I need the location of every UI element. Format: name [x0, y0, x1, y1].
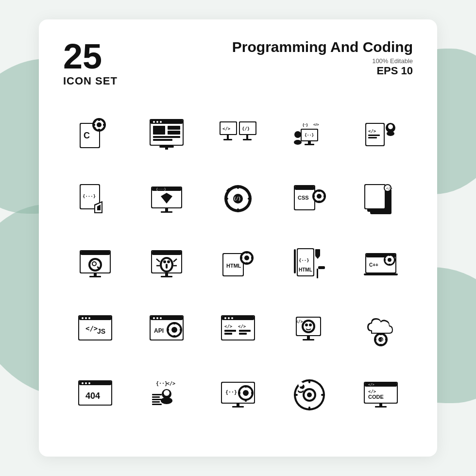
icon-bug-monitor [135, 237, 198, 290]
svg-point-44 [294, 131, 301, 138]
svg-rect-194 [303, 339, 314, 340]
svg-point-179 [231, 317, 233, 319]
svg-rect-217 [152, 399, 162, 400]
svg-rect-82 [295, 186, 314, 190]
svg-text:{··}: {··} [156, 381, 168, 386]
svg-rect-120 [161, 276, 172, 277]
icon-404-page: 404 [63, 367, 127, 421]
svg-point-5 [97, 122, 102, 127]
svg-rect-35 [246, 135, 248, 139]
icon-css-settings: CSS [278, 172, 341, 225]
svg-rect-170 [173, 322, 175, 324]
svg-rect-218 [152, 401, 160, 403]
svg-text:{··}: {··} [305, 133, 314, 137]
svg-point-208 [88, 382, 90, 384]
svg-rect-16 [151, 120, 183, 124]
remote-coding-icon: {··} {··} </> [290, 114, 329, 153]
svg-rect-135 [294, 249, 296, 273]
svg-rect-200 [374, 339, 376, 340]
svg-text:{/}: {/} [242, 126, 250, 131]
icon-set-label: ICON SET [63, 75, 118, 87]
svg-rect-128 [246, 262, 248, 265]
svg-point-155 [82, 317, 84, 319]
svg-rect-36 [243, 139, 252, 140]
svg-text:{··}: {··} [303, 122, 308, 127]
svg-rect-87 [318, 201, 320, 203]
svg-text:</>: </> [238, 324, 246, 329]
coder-gear-icon [290, 374, 329, 413]
monitor-gear-icon: {··} [219, 374, 257, 413]
code-browser-icon: </> </> [219, 309, 257, 348]
svg-point-18 [156, 121, 158, 123]
svg-rect-65 [165, 208, 168, 211]
svg-point-157 [88, 317, 90, 319]
svg-rect-154 [79, 316, 111, 320]
svg-rect-6 [98, 119, 100, 121]
svg-rect-70 [237, 185, 239, 189]
svg-point-242 [298, 382, 303, 387]
svg-text:CSS: CSS [298, 195, 309, 201]
svg-rect-182 [224, 330, 236, 332]
header-left: 25 ICON SET [63, 39, 118, 87]
svg-point-156 [85, 317, 87, 319]
svg-point-225 [243, 390, 249, 396]
svg-text:C: C [84, 131, 90, 140]
icon-ruby-file: {···} [63, 172, 127, 225]
svg-rect-215 [152, 394, 162, 395]
icon-c-programming: C [63, 107, 127, 160]
svg-rect-109 [152, 251, 181, 255]
svg-point-206 [82, 382, 84, 384]
icon-robot-monitor: </> [278, 302, 341, 356]
svg-rect-228 [238, 392, 240, 394]
svg-point-190 [305, 323, 308, 326]
diamond-monitor-icon: {···} [147, 179, 186, 218]
svg-point-52 [388, 124, 393, 129]
icon-search-monitor [63, 237, 127, 290]
svg-rect-239 [294, 394, 298, 396]
svg-rect-33 [227, 135, 229, 139]
svg-text:{··}: {··} [299, 258, 309, 263]
svg-rect-130 [251, 257, 254, 259]
svg-text:HTML: HTML [299, 267, 312, 272]
svg-rect-237 [308, 379, 310, 383]
icon-html-bookmark: {··} HTML [278, 237, 341, 290]
svg-text:JS: JS [97, 327, 105, 335]
svg-rect-201 [385, 339, 388, 340]
svg-rect-9 [103, 124, 105, 126]
svg-rect-198 [380, 333, 382, 335]
svg-point-163 [153, 317, 155, 319]
developer-person-icon: {··} </> [147, 374, 186, 413]
svg-rect-23 [153, 136, 180, 138]
svg-point-213 [164, 390, 170, 396]
svg-rect-151 [364, 273, 398, 275]
editable-label: 100% Editable [232, 57, 413, 65]
svg-rect-238 [308, 407, 310, 410]
svg-point-126 [244, 255, 249, 260]
svg-text:{···}: {···} [83, 194, 96, 199]
icon-monitor-gear: {··} [206, 367, 270, 421]
svg-rect-50 [368, 137, 377, 138]
svg-point-244 [298, 389, 303, 391]
code-layers-icon: </> [361, 179, 400, 218]
svg-rect-226 [245, 385, 247, 388]
svg-rect-49 [368, 135, 380, 136]
svg-text:</>: </> [368, 129, 376, 134]
svg-rect-129 [240, 257, 242, 259]
code-gear-icon: {/} [219, 179, 257, 218]
svg-rect-251 [379, 404, 382, 406]
html-bookmark-icon: {··} HTML [290, 244, 329, 283]
icon-code-review: </> [349, 107, 413, 160]
svg-text:{···}: {···} [156, 187, 166, 191]
icon-dual-monitor: </> {/} [206, 107, 270, 160]
svg-rect-99 [81, 251, 110, 255]
svg-rect-114 [166, 264, 168, 269]
icon-remote-coding: {··} {··} </> [278, 107, 341, 160]
svg-text:</>: </> [224, 324, 233, 329]
code-review-icon: </> [361, 114, 400, 153]
collection-title: Programming And Coding [232, 39, 413, 55]
svg-text:HTML: HTML [226, 263, 241, 269]
header: 25 ICON SET Programming And Coding 100% … [63, 39, 413, 87]
svg-rect-184 [224, 333, 232, 335]
svg-point-45 [294, 140, 302, 145]
icon-js-browser: </> JS [63, 302, 127, 356]
